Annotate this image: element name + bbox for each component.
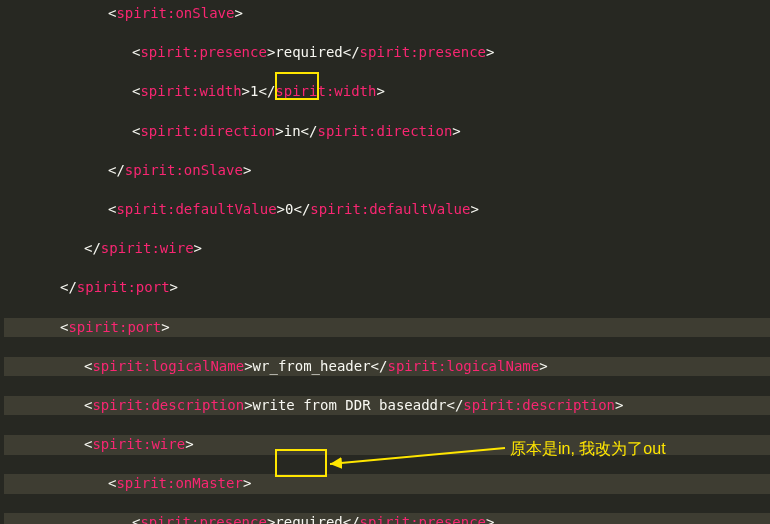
annotation-text: 原本是in, 我改为了out <box>510 438 666 460</box>
